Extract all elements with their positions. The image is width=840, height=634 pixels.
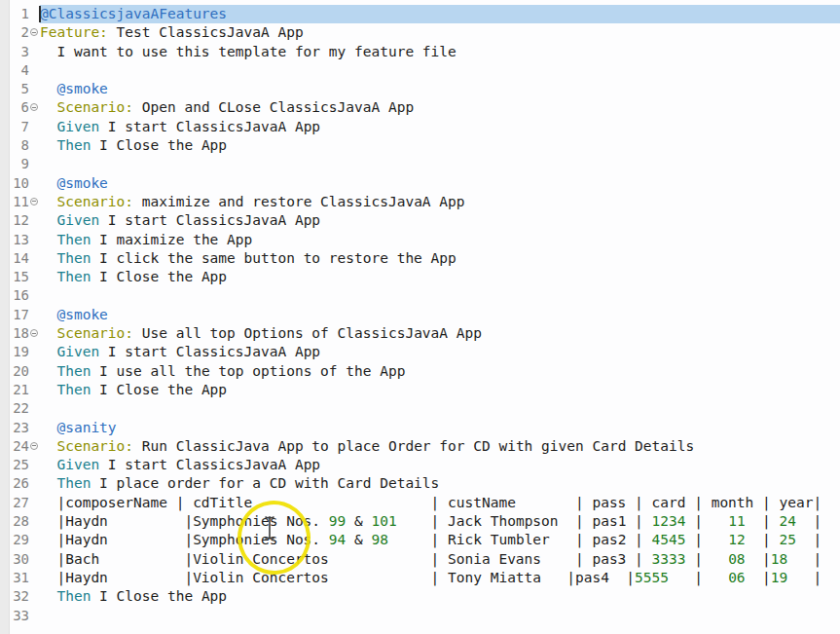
- code-line[interactable]: 26 Then I place order for a CD with Card…: [0, 474, 840, 493]
- code-text[interactable]: Scenario: Use all top Options of Classic…: [40, 324, 840, 343]
- code-text[interactable]: Scenario: Run ClassicJava App to place O…: [40, 437, 840, 456]
- code-line[interactable]: 11 Scenario: maximize and restore Classi…: [0, 193, 840, 211]
- fold-marker-icon[interactable]: [30, 28, 38, 36]
- token-num: 24: [780, 513, 796, 529]
- token-p: [40, 175, 56, 191]
- code-text[interactable]: @sanity: [40, 419, 840, 437]
- code-line[interactable]: 3 I want to use this template for my fea…: [0, 43, 840, 61]
- code-text[interactable]: Given I start ClassicsJavaA App: [40, 211, 840, 230]
- code-line[interactable]: 23 @sanity: [0, 419, 840, 437]
- code-line[interactable]: 33: [0, 607, 840, 625]
- fold-marker-icon[interactable]: [30, 329, 38, 337]
- code-line[interactable]: 27 |composerName | cdTitle | custName | …: [0, 494, 840, 512]
- token-p: |: [746, 513, 780, 529]
- code-text[interactable]: [40, 286, 840, 305]
- code-line[interactable]: 9: [0, 155, 840, 173]
- code-line[interactable]: 24 Scenario: Run ClassicJava App to plac…: [0, 437, 840, 456]
- token-p: [40, 307, 56, 322]
- token-num: 11: [728, 513, 745, 529]
- code-text[interactable]: |Haydn |Violin Concertos | Tony Miatta |…: [40, 569, 840, 587]
- code-text[interactable]: Then I click the same button to restore …: [40, 249, 840, 268]
- token-p: |: [746, 532, 780, 547]
- token-p: [40, 81, 56, 96]
- code-text[interactable]: Scenario: Open and CLose ClassicsJavaA A…: [40, 98, 840, 117]
- code-line[interactable]: 10 @smoke: [0, 174, 840, 193]
- code-line[interactable]: 12 Given I start ClassicsJavaA App: [0, 211, 840, 230]
- line-number: 25: [0, 456, 29, 474]
- token-step: Then: [56, 269, 91, 284]
- code-text[interactable]: Then I maximize the App: [40, 231, 840, 249]
- code-text[interactable]: [40, 399, 840, 418]
- line-number: 23: [0, 419, 29, 437]
- fold-column: [29, 550, 40, 569]
- token-p: [40, 325, 56, 341]
- code-line[interactable]: 20 Then I use all the top options of the…: [0, 362, 840, 381]
- token-p: [40, 438, 56, 454]
- code-text[interactable]: @smoke: [40, 80, 840, 98]
- code-line[interactable]: 31 |Haydn |Violin Concertos | Tony Miatt…: [0, 569, 840, 587]
- code-line[interactable]: 1@ClassicsjavaAFeatures: [0, 5, 840, 23]
- fold-column: [29, 399, 40, 418]
- fold-marker-icon[interactable]: [30, 103, 38, 111]
- code-line[interactable]: 8 Then I Close the App: [0, 136, 840, 155]
- code-line[interactable]: 2Feature: Test ClassicsJavaA App: [0, 23, 840, 42]
- code-line[interactable]: 6 Scenario: Open and CLose ClassicsJavaA…: [0, 98, 840, 117]
- code-line[interactable]: 5 @smoke: [0, 80, 840, 98]
- fold-column: [29, 494, 40, 512]
- fold-marker-icon[interactable]: [30, 198, 38, 205]
- code-text[interactable]: Given I start ClassicsJavaA App: [40, 343, 840, 361]
- token-step: Then: [56, 137, 91, 153]
- code-text[interactable]: |Haydn |Symphonies Nos. 99 & 101 | Jack …: [40, 512, 840, 531]
- code-text[interactable]: Then I place order for a CD with Card De…: [40, 474, 840, 493]
- code-line[interactable]: 16: [0, 286, 840, 305]
- code-text[interactable]: [40, 61, 840, 80]
- code-line[interactable]: 17 @smoke: [0, 306, 840, 324]
- code-text[interactable]: Then I Close the App: [40, 268, 840, 286]
- code-text[interactable]: [40, 607, 840, 625]
- code-text[interactable]: Given I start ClassicsJavaA App: [40, 456, 840, 474]
- code-line[interactable]: 18 Scenario: Use all top Options of Clas…: [0, 324, 840, 343]
- code-text[interactable]: @smoke: [40, 174, 840, 193]
- code-text[interactable]: [40, 155, 840, 173]
- code-editor[interactable]: 1@ClassicsjavaAFeatures2Feature: Test Cl…: [0, 5, 840, 625]
- code-line[interactable]: 15 Then I Close the App: [0, 268, 840, 286]
- token-p: [40, 363, 56, 379]
- code-text[interactable]: Given I start ClassicsJavaA App: [40, 118, 840, 136]
- fold-column: [29, 43, 40, 61]
- code-text[interactable]: Then I Close the App: [40, 587, 840, 606]
- code-line[interactable]: 29 |Haydn |Symphonies Nos. 94 & 98 | Ric…: [0, 531, 840, 549]
- code-text[interactable]: |Bach |Violin Concertos | Sonia Evans | …: [40, 550, 840, 569]
- token-p: I start ClassicsJavaA App: [99, 119, 320, 134]
- code-line[interactable]: 28 |Haydn |Symphonies Nos. 99 & 101 | Ja…: [0, 512, 840, 531]
- line-number: 7: [0, 118, 29, 136]
- code-line[interactable]: 14 Then I click the same button to resto…: [0, 249, 840, 268]
- fold-column: [29, 174, 40, 193]
- code-line[interactable]: 30 |Bach |Violin Concertos | Sonia Evans…: [0, 550, 840, 569]
- token-num: 98: [371, 532, 387, 547]
- token-p: [40, 269, 56, 284]
- line-number: 14: [0, 249, 29, 268]
- code-line[interactable]: 22: [0, 399, 840, 418]
- code-line[interactable]: 4: [0, 61, 840, 80]
- fold-marker-icon[interactable]: [30, 442, 38, 450]
- code-line[interactable]: 25 Given I start ClassicsJavaA App: [0, 456, 840, 474]
- token-num: 1234: [652, 513, 686, 529]
- token-num: 5555: [635, 570, 669, 585]
- code-text[interactable]: |Haydn |Symphonies Nos. 94 & 98 | Rick T…: [40, 531, 840, 549]
- code-line[interactable]: 19 Given I start ClassicsJavaA App: [0, 343, 840, 361]
- code-text[interactable]: Then I Close the App: [40, 136, 840, 155]
- code-text[interactable]: @ClassicsjavaAFeatures: [40, 5, 840, 23]
- code-text[interactable]: Then I Close the App: [40, 381, 840, 399]
- code-text[interactable]: Scenario: maximize and restore ClassicsJ…: [40, 193, 840, 211]
- fold-column: [29, 607, 40, 625]
- code-text[interactable]: Feature: Test ClassicsJavaA App: [40, 23, 840, 42]
- code-line[interactable]: 32 Then I Close the App: [0, 587, 840, 606]
- code-line[interactable]: 13 Then I maximize the App: [0, 231, 840, 249]
- code-text[interactable]: |composerName | cdTitle | custName | pas…: [40, 494, 840, 512]
- code-line[interactable]: 21 Then I Close the App: [0, 381, 840, 399]
- token-num: 12: [728, 532, 745, 547]
- code-line[interactable]: 7 Given I start ClassicsJavaA App: [0, 118, 840, 136]
- code-text[interactable]: Then I use all the top options of the Ap…: [40, 362, 840, 381]
- code-text[interactable]: I want to use this template for my featu…: [40, 43, 840, 61]
- code-text[interactable]: @smoke: [40, 306, 840, 324]
